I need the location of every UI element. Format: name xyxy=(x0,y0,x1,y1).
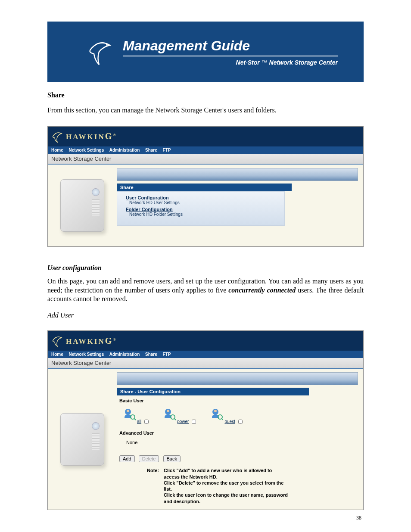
button-row: Add Delete Back xyxy=(119,455,358,462)
storage-device-icon xyxy=(60,179,104,232)
user-item-guest: guest xyxy=(209,408,244,425)
share-intro-text: From this section, you can manage the Ne… xyxy=(47,106,364,115)
device-image-sidebar xyxy=(48,165,117,246)
app-page-title: Network Storage Center xyxy=(48,358,363,369)
link-user-configuration[interactable]: User Configuration xyxy=(126,195,276,200)
share-link-list: User Configuration Network HD User Setti… xyxy=(117,191,285,226)
screenshot-share-menu: HAWKING® Home Network Settings Administr… xyxy=(47,126,364,247)
user-icon[interactable] xyxy=(209,408,223,421)
svg-point-0 xyxy=(106,44,108,46)
nav-network-settings[interactable]: Network Settings xyxy=(69,148,104,152)
app-header: HAWKING® xyxy=(48,331,363,351)
user-link-power[interactable]: power xyxy=(177,419,189,424)
app-header: HAWKING® xyxy=(48,127,363,146)
hawking-bird-logo xyxy=(86,34,116,69)
screenshot-user-config: HAWKING® Home Network Settings Administr… xyxy=(47,330,364,510)
delete-button[interactable]: Delete xyxy=(139,455,159,462)
link-folder-configuration[interactable]: Folder Configuration xyxy=(126,207,276,212)
section-heading-add-user: Add User xyxy=(47,311,364,319)
nav-ftp[interactable]: FTP xyxy=(163,352,171,357)
user-checkbox-all[interactable] xyxy=(144,420,149,424)
advanced-user-none: None xyxy=(126,440,358,445)
advanced-user-label: Advanced User xyxy=(119,430,358,436)
app-nav-bar: Home Network Settings Administration Sha… xyxy=(48,146,363,154)
user-link-guest[interactable]: guest xyxy=(224,419,235,424)
app-page-title: Network Storage Center xyxy=(48,154,363,165)
user-item-all: all xyxy=(122,408,150,425)
note-block: Note: Click "Add" to add a new user who … xyxy=(147,467,293,504)
device-image-sidebar xyxy=(48,369,117,510)
add-button[interactable]: Add xyxy=(119,455,135,462)
desc-folder-configuration: Network HD Folder Settings xyxy=(126,212,276,217)
note-text: Click "Add" to add a new user who is all… xyxy=(164,467,289,504)
svg-point-2 xyxy=(127,410,129,412)
gradient-header-strip xyxy=(117,168,358,181)
nav-network-settings[interactable]: Network Settings xyxy=(69,352,104,357)
user-checkbox-power[interactable] xyxy=(192,420,196,424)
svg-point-8 xyxy=(214,410,217,412)
app-nav-bar: Home Network Settings Administration Sha… xyxy=(48,351,363,358)
user-checkbox-guest[interactable] xyxy=(238,420,243,424)
note-label: Note: xyxy=(147,467,162,473)
user-config-paragraph: On this page, you can add and remove use… xyxy=(47,277,364,304)
nav-home[interactable]: Home xyxy=(51,148,63,152)
basic-user-label: Basic User xyxy=(119,398,358,403)
svg-point-5 xyxy=(167,410,169,412)
user-icon[interactable] xyxy=(122,408,136,421)
nav-home[interactable]: Home xyxy=(51,352,63,357)
panel-title-share: Share xyxy=(117,184,292,191)
section-heading-user-config: User configuration xyxy=(47,264,364,272)
nav-administration[interactable]: Administration xyxy=(109,352,140,357)
banner-title: Management Guide xyxy=(123,38,338,56)
section-heading-share: Share xyxy=(47,91,364,99)
nav-share[interactable]: Share xyxy=(145,148,157,152)
hawking-logo-text: HAWKING® xyxy=(66,336,117,346)
page-number: 38 xyxy=(356,515,361,521)
storage-device-icon xyxy=(60,413,104,466)
nav-ftp[interactable]: FTP xyxy=(163,148,171,152)
user-link-all[interactable]: all xyxy=(137,419,141,424)
panel-title-user-config: Share - User Configuration xyxy=(117,388,309,395)
banner-subtitle: Net-Stor ™ Network Storage Center xyxy=(123,59,338,66)
basic-users-row: all power xyxy=(122,408,358,425)
nav-administration[interactable]: Administration xyxy=(109,148,140,152)
user-icon[interactable] xyxy=(162,408,176,421)
back-button[interactable]: Back xyxy=(163,455,181,462)
gradient-header-strip xyxy=(117,372,358,385)
nav-share[interactable]: Share xyxy=(145,352,157,357)
user-item-power: power xyxy=(162,408,197,425)
hawking-logo-text: HAWKING® xyxy=(66,131,117,141)
banner-header: Management Guide Net-Stor ™ Network Stor… xyxy=(47,22,364,82)
desc-user-configuration: Network HD User Settings xyxy=(126,200,276,205)
